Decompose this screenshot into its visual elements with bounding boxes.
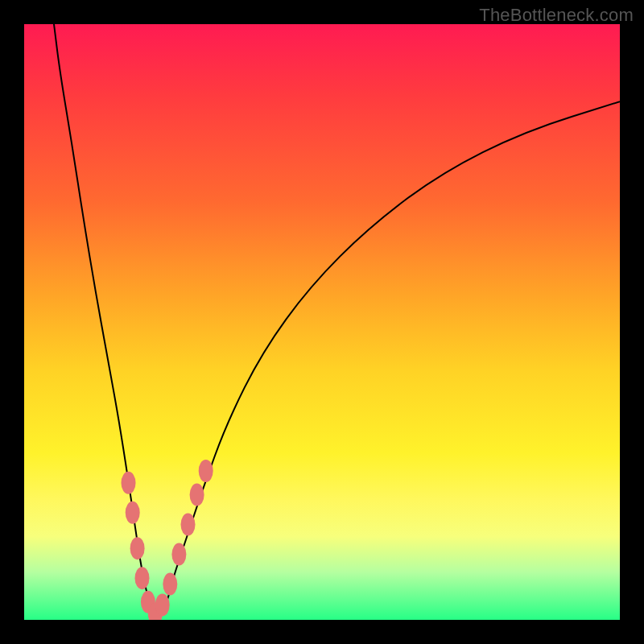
data-marker — [122, 472, 136, 494]
data-marker — [163, 573, 177, 596]
curve-layer — [24, 24, 620, 620]
data-marker — [171, 543, 186, 566]
marker-group — [122, 460, 213, 620]
data-marker — [148, 603, 163, 620]
chart-frame: TheBottleneck.com — [0, 0, 644, 644]
data-marker — [190, 484, 204, 506]
plot-area — [24, 24, 620, 620]
data-marker — [130, 537, 145, 559]
data-marker — [199, 460, 213, 482]
data-marker — [135, 567, 150, 589]
watermark-text: TheBottleneck.com — [479, 5, 634, 26]
data-marker — [141, 591, 155, 613]
data-marker — [181, 514, 196, 536]
data-marker — [126, 502, 140, 524]
bottleneck-curve — [54, 24, 620, 614]
data-marker — [155, 594, 170, 617]
